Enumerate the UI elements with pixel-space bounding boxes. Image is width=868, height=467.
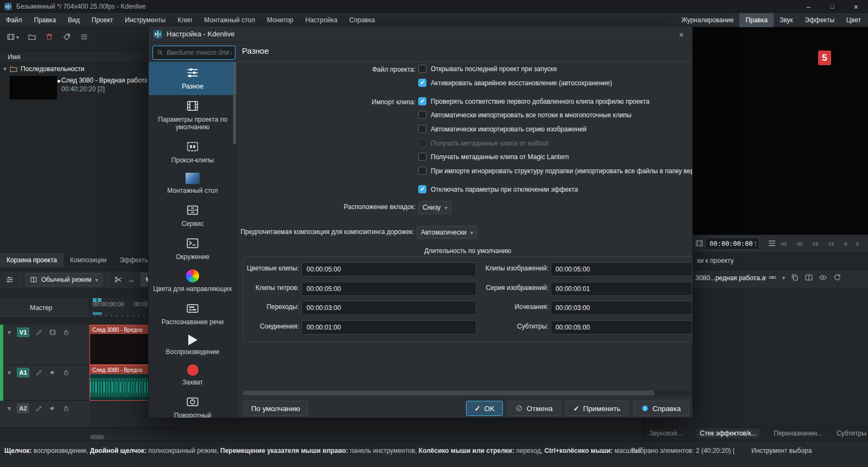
transitions-input[interactable] xyxy=(302,301,476,315)
collapse-track-icon[interactable] xyxy=(8,369,11,376)
tab-subtitles[interactable]: Субтитры xyxy=(837,430,866,437)
settings-nav-jogshuttle[interactable]: Поворотный xyxy=(149,391,237,418)
timeline-scrollbar-thumb[interactable] xyxy=(90,435,104,439)
clip-title[interactable]: След 3080 - Вредная работа.a xyxy=(61,77,147,84)
checkbox-icon[interactable] xyxy=(418,111,426,119)
tab-speed-remap[interactable]: Переназначен... xyxy=(774,430,822,437)
expander-icon[interactable] xyxy=(3,65,7,73)
monitor-overlay-icon[interactable] xyxy=(695,239,704,248)
tab-project-notes[interactable]: ки к проекту xyxy=(697,257,733,264)
track-badge-a1[interactable]: A1 xyxy=(17,368,29,377)
tab-project-bin[interactable]: Корзина проекта xyxy=(0,253,63,267)
lock-track-icon[interactable] xyxy=(62,369,70,376)
search-input[interactable] xyxy=(167,49,232,56)
menu-file[interactable]: Файл xyxy=(0,13,28,27)
checkbox-icon[interactable] xyxy=(418,167,426,175)
mixes-input[interactable] xyxy=(302,320,476,335)
menu-tools[interactable]: Инструменты xyxy=(119,13,171,27)
layout-audio[interactable]: Звук xyxy=(774,13,799,27)
layout-color[interactable]: Цвет xyxy=(840,13,867,27)
timeline-scrollbar[interactable] xyxy=(90,434,643,440)
checkbox-open-last-project[interactable]: Открывать последний проект при запуске xyxy=(418,65,557,73)
checkbox-icon[interactable] xyxy=(418,125,426,133)
bin-menu-icon[interactable] xyxy=(80,33,88,41)
razor-tool-icon[interactable] xyxy=(114,275,123,284)
monitor-menu-icon[interactable] xyxy=(767,238,777,248)
edit-track-icon[interactable] xyxy=(35,329,43,336)
clip-thumbnail[interactable] xyxy=(10,76,57,99)
checkbox-check-profile[interactable]: Проверять соответствие первого добавленн… xyxy=(418,97,649,105)
maximize-button[interactable] xyxy=(820,0,844,13)
menu-monitor[interactable]: Монитор xyxy=(261,13,299,27)
collapse-track-icon[interactable] xyxy=(8,405,11,412)
defaults-button[interactable]: По умолчанию xyxy=(243,401,308,416)
menu-project[interactable]: Проект xyxy=(86,13,119,27)
composition-combobox[interactable]: Автоматически xyxy=(417,226,477,239)
layout-effects[interactable]: Эффекты xyxy=(799,13,841,27)
checkbox-ignore-subfolder[interactable]: При импорте игнорировать структуру подпа… xyxy=(418,167,693,175)
settings-nav-playback[interactable]: Воспроизведение xyxy=(149,331,237,361)
master-track-button[interactable]: Мастер xyxy=(0,298,90,318)
settings-nav-misc[interactable]: Разное xyxy=(149,62,237,95)
settings-nav-capture[interactable]: Захват xyxy=(149,361,237,391)
create-folder-icon[interactable] xyxy=(28,33,36,41)
tag-icon[interactable] xyxy=(62,33,71,41)
zone-marker[interactable] xyxy=(98,298,101,302)
checkbox-icon[interactable] xyxy=(418,185,426,193)
menu-view[interactable]: Вид xyxy=(62,13,86,27)
checkbox-disable-parameters[interactable]: Отключать параметры при отключении эффек… xyxy=(418,185,578,193)
layout-editing[interactable]: Правка xyxy=(739,13,774,27)
checkbox-icon[interactable] xyxy=(418,97,426,105)
tab-audio-mixer[interactable]: Звуковой... xyxy=(649,430,682,437)
settings-search[interactable] xyxy=(152,46,235,60)
settings-nav-timeline[interactable]: Монтажный стол xyxy=(149,169,237,199)
dialog-close-button[interactable]: × xyxy=(675,28,688,40)
apply-button[interactable]: Применить xyxy=(565,401,629,416)
spacer-tool-icon[interactable]: ↔ xyxy=(128,276,135,284)
track-badge-v1[interactable]: V1 xyxy=(17,327,29,337)
bin-folder-row[interactable]: Последовательности xyxy=(3,65,84,73)
menu-help[interactable]: Справка xyxy=(343,13,381,27)
monitor-timecode[interactable]: 00:00:00:00 xyxy=(705,237,760,250)
edit-mode-combobox[interactable]: Обычный режим xyxy=(25,273,103,286)
checkbox-crash-recovery[interactable]: Активировать аварийное восстановление (а… xyxy=(418,79,612,87)
checkbox-import-sequence[interactable]: Автоматически импортировать серию изобра… xyxy=(418,125,586,133)
menu-clip[interactable]: Клип xyxy=(171,13,198,27)
copy-icon[interactable] xyxy=(790,273,799,282)
image-sequence-input[interactable] xyxy=(551,282,692,296)
track-header-a2[interactable]: A2 xyxy=(0,401,90,428)
fades-input[interactable] xyxy=(551,301,692,315)
track-header-a1[interactable]: A1 xyxy=(0,365,90,401)
checkbox-import-streams[interactable]: Автоматически импортировать все потоки в… xyxy=(418,111,631,119)
lock-track-icon[interactable] xyxy=(62,405,70,412)
track-header-v1[interactable]: V1 xyxy=(0,325,90,365)
close-button[interactable] xyxy=(844,0,868,13)
checkbox-magic-lantern[interactable]: Получать метаданные клипа от Magic Lante… xyxy=(418,153,569,161)
menu-edit[interactable]: Правка xyxy=(28,13,62,27)
lock-track-icon[interactable] xyxy=(62,329,70,336)
show-effects-icon[interactable] xyxy=(819,273,827,282)
tab-compositions[interactable]: Композиции xyxy=(63,253,113,267)
checkbox-icon[interactable] xyxy=(418,79,426,87)
zone-marker[interactable] xyxy=(93,298,97,302)
show-thumbnails-icon[interactable] xyxy=(49,329,56,336)
timecode-spinner[interactable] xyxy=(755,241,757,247)
dialog-hscrollbar-thumb[interactable] xyxy=(243,390,654,395)
settings-nav-environment[interactable]: Окружение xyxy=(149,232,237,266)
settings-nav-speech[interactable]: Распознавание речи xyxy=(149,298,237,331)
tab-position-combobox[interactable]: Снизу xyxy=(418,201,451,214)
cancel-button[interactable]: Отмена xyxy=(507,401,561,416)
link-icon[interactable] xyxy=(768,273,777,282)
subtitles-input[interactable] xyxy=(551,320,692,335)
edit-track-icon[interactable] xyxy=(35,369,43,376)
help-button[interactable]: Справка xyxy=(633,401,689,416)
tab-effect-stack[interactable]: Стек эффектов/к... xyxy=(697,428,760,438)
title-clips-input[interactable] xyxy=(302,282,476,296)
checkbox-icon[interactable] xyxy=(418,65,426,73)
dialog-titlebar[interactable]: Настройка - Kdenlive × xyxy=(149,26,692,42)
minimize-button[interactable] xyxy=(796,0,820,13)
add-clip-button[interactable] xyxy=(7,33,19,41)
settings-nav-tools[interactable]: Сервис xyxy=(149,199,237,232)
reset-icon[interactable] xyxy=(833,273,841,282)
track-options-icon[interactable] xyxy=(5,275,14,284)
